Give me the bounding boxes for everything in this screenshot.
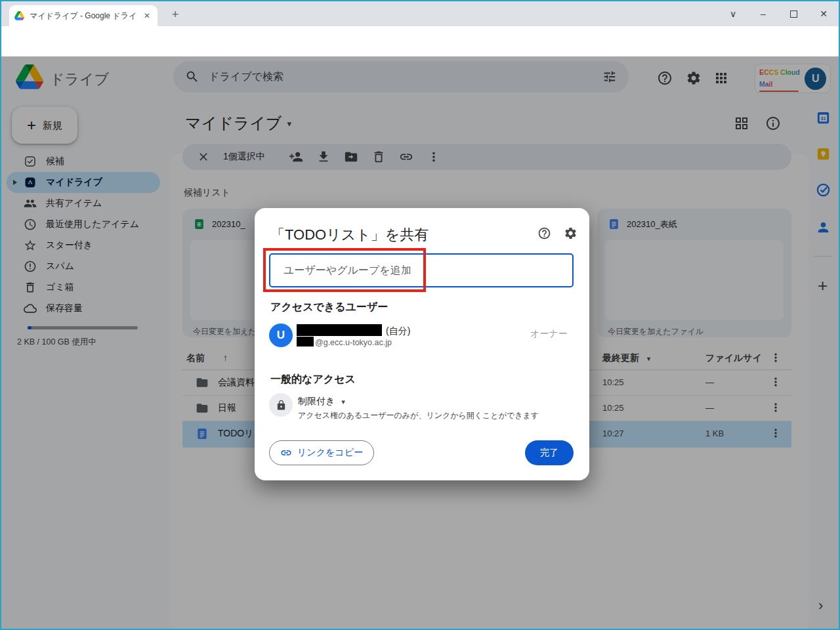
owner-role-label: オーナー [530,328,568,340]
access-heading: アクセスできるユーザー [270,301,388,314]
dialog-help-icon[interactable] [537,226,551,240]
owner-email: @g.ecc.u-tokyo.ac.jp [315,338,392,347]
owner-self-label: (自分) [386,326,410,337]
general-access-heading: 一般的なアクセス [270,373,356,387]
done-button[interactable]: 完了 [525,440,574,465]
share-dialog-title: 「TODOリスト」を共有 [270,225,429,245]
window-minimize-button[interactable]: – [748,1,778,26]
copy-link-label: リンクをコピー [297,447,363,459]
dialog-settings-icon[interactable] [564,226,578,240]
general-access-dropdown[interactable]: 制限付き ▾ [298,396,345,408]
screen: マイドライブ - Google ドライブ ✕ + ∨ – ✕ drive.goo… [0,0,840,630]
tab-close-icon[interactable]: ✕ [142,11,152,20]
window-maximize-button[interactable] [778,1,808,26]
browser-toolbar: drive.google.com/drive/my-drive U [1,26,839,56]
copy-link-button[interactable]: リンクをコピー [269,440,374,465]
window-menu-icon[interactable]: ∨ [718,1,748,26]
drive-favicon-icon [14,11,24,20]
new-tab-button[interactable]: + [167,7,184,24]
restricted-lock-icon [269,393,293,417]
chevron-down-icon: ▾ [341,398,345,406]
redacted-owner-name [297,324,382,336]
maximize-icon [790,10,797,18]
browser-titlebar: マイドライブ - Google ドライブ ✕ + ∨ – ✕ [1,1,839,26]
annotation-highlight-box [263,248,426,292]
link-icon [280,447,292,459]
tab-title: マイドライブ - Google ドライブ [30,10,136,22]
browser-tab[interactable]: マイドライブ - Google ドライブ ✕ [9,5,158,26]
owner-avatar: U [269,324,293,347]
window-close-button[interactable]: ✕ [808,1,839,26]
restriction-description: アクセス権のあるユーザーのみが、リンクから開くことができます [298,410,539,421]
restriction-label: 制限付き [298,396,335,408]
redacted-email-prefix [297,337,314,346]
